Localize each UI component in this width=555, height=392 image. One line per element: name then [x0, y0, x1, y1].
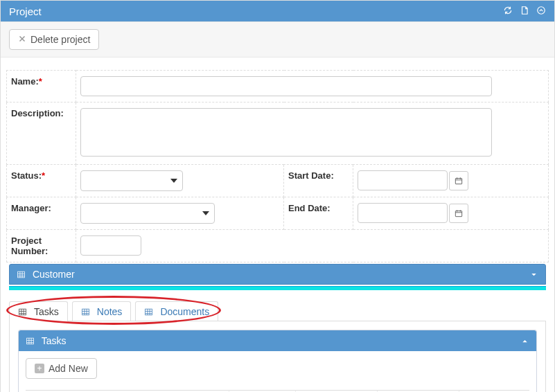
end-date-label: End Date: — [288, 203, 331, 213]
description-input[interactable] — [80, 108, 492, 157]
project-number-label: Project Number: — [11, 235, 48, 256]
description-label-cell: Description: — [7, 103, 76, 165]
name-label: Name: — [11, 76, 39, 87]
status-label: Status: — [11, 170, 42, 181]
grid-icon — [144, 308, 153, 317]
panel-title: Project — [9, 6, 42, 17]
project-number-input[interactable] — [80, 235, 141, 256]
panel-header-icons — [503, 6, 546, 17]
svg-rect-1 — [455, 178, 461, 184]
collapse-icon[interactable] — [536, 6, 546, 17]
customer-section: Customer — [9, 264, 546, 290]
customer-highlight-bar — [9, 286, 546, 290]
tab-documents[interactable]: Documents — [135, 301, 218, 321]
tab-tasks-label: Tasks — [34, 306, 59, 317]
manager-label-cell: Manager: — [7, 197, 76, 230]
tab-notes-label: Notes — [97, 306, 123, 317]
tab-documents-label: Documents — [160, 306, 209, 317]
name-input[interactable] — [80, 76, 492, 96]
tasks-panel-body: + Add New Name ⋮ Status ⋮ Start Date ⋮ — [19, 351, 536, 392]
delete-project-button[interactable]: Delete project — [9, 29, 99, 50]
refresh-icon[interactable] — [503, 6, 513, 17]
customer-title-wrap: Customer — [17, 269, 75, 280]
grid-icon — [81, 308, 90, 317]
tasks-panel-header: Tasks — [19, 330, 536, 351]
tabs-row: Tasks Notes Documents — [9, 301, 554, 321]
project-panel-header: Project — [1, 1, 554, 21]
chevron-down-icon — [529, 270, 538, 279]
project-toolbar: Delete project — [1, 21, 554, 57]
description-label: Description: — [11, 108, 64, 118]
chevron-down-icon — [197, 204, 214, 223]
calendar-icon — [454, 176, 464, 186]
delete-project-label: Delete project — [30, 34, 90, 45]
name-label-cell: Name:* — [7, 71, 76, 103]
end-date-picker-button[interactable] — [449, 204, 468, 223]
manager-select[interactable] — [80, 203, 215, 224]
add-new-task-button[interactable]: + Add New — [26, 358, 97, 379]
close-icon — [18, 34, 26, 45]
project-form: Name:* Description: Status:* — [1, 57, 554, 264]
customer-title: Customer — [33, 269, 75, 280]
tasks-panel: Tasks + Add New Name ⋮ Status ⋮ — [18, 330, 537, 392]
grid-icon — [26, 337, 35, 346]
tasks-panel-title: Tasks — [42, 335, 67, 346]
svg-rect-7 — [27, 338, 34, 344]
svg-point-0 — [538, 6, 545, 14]
grid-icon — [17, 270, 26, 279]
svg-rect-2 — [455, 211, 461, 216]
calendar-icon — [454, 208, 464, 218]
svg-rect-5 — [82, 309, 89, 315]
tasks-title-wrap: Tasks — [26, 335, 66, 346]
start-date-label-cell: Start Date: — [284, 165, 353, 197]
manager-label: Manager: — [11, 203, 51, 213]
svg-rect-3 — [18, 271, 25, 278]
tab-notes[interactable]: Notes — [72, 301, 132, 321]
end-date-input[interactable] — [358, 203, 448, 223]
required-asterisk: * — [42, 170, 45, 181]
svg-rect-6 — [146, 309, 152, 315]
svg-rect-4 — [19, 309, 26, 315]
start-date-picker-button[interactable] — [449, 171, 468, 190]
add-new-label: Add New — [49, 363, 88, 374]
status-select[interactable] — [80, 170, 183, 191]
customer-section-header[interactable]: Customer — [9, 264, 546, 285]
chevron-up-icon[interactable] — [520, 337, 529, 346]
start-date-input[interactable] — [358, 170, 448, 190]
project-panel: Project Delete project Name:* — [0, 0, 555, 392]
required-asterisk: * — [39, 76, 42, 87]
plus-icon: + — [35, 364, 44, 373]
export-pdf-icon[interactable] — [520, 6, 529, 17]
project-number-label-cell: Project Number: — [7, 230, 76, 262]
start-date-label: Start Date: — [288, 170, 334, 181]
end-date-label-cell: End Date: — [284, 197, 353, 230]
chevron-down-icon — [166, 171, 182, 190]
status-label-cell: Status:* — [7, 165, 76, 197]
tasks-tab-content: Tasks + Add New Name ⋮ Status ⋮ — [9, 321, 546, 392]
grid-icon — [18, 308, 27, 317]
tab-tasks[interactable]: Tasks — [9, 301, 68, 321]
